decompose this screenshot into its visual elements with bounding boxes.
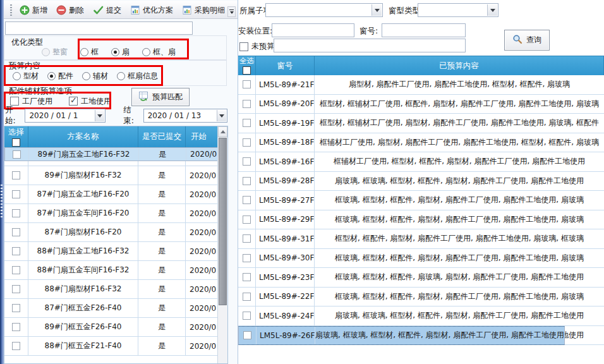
window-row[interactable]: LM5L-89#-16F15框辅材工厂使用, 框型材, 框配件, 扇型材, 扇配… [238,152,604,172]
window-row[interactable]: LM5L-89#-19F17框型材, 框辅材工厂使用, 扇型材, 扇配件工厂使用… [238,114,604,133]
radio-budget-content[interactable]: 型材 [13,71,39,82]
header-plan-name[interactable]: 方案名称 [28,126,138,147]
row-checkbox[interactable] [12,228,20,236]
chevron-down-icon[interactable] [371,4,382,16]
header-start-date[interactable]: 开始 [186,126,219,147]
row-checkbox[interactable] [243,293,251,301]
plan-row[interactable]: 88#门扇五金车间F16-F32是2020/0 [4,261,227,280]
checkbox-usage[interactable]: 工地使用 [69,96,111,107]
plan-row[interactable]: 88#门扇五金工地F16-F32是2020/0 [4,242,227,261]
header-submitted[interactable]: 是否已提交 [138,126,186,147]
window-row[interactable]: LM5L-89#-24F22扇玻璃, 框玻璃, 框型材, 框配件, 扇型材, 扇… [238,306,604,326]
radio-opt-type[interactable]: 框、扇 [142,47,176,58]
checkbox-icon [10,97,19,106]
radio-opt-type[interactable]: 扇 [111,47,130,58]
row-checkbox[interactable] [243,138,251,147]
window-row[interactable]: LM5L-89#-18F16框辅材工厂使用, 扇型材, 扇配件工厂使用, 扇配件… [238,133,604,153]
row-checkbox[interactable] [12,266,20,274]
row-checkbox[interactable] [12,342,20,350]
chevron-down-icon[interactable] [217,110,226,121]
plan-start-date: 2020/0 [186,185,219,203]
row-checkbox[interactable] [243,215,251,224]
row-checkbox[interactable] [12,190,20,198]
plan-table-scrollbar[interactable] [217,126,227,364]
plan-row[interactable]: 87#门扇型材F16-F20是2020/0 [4,223,227,242]
end-date-picker[interactable]: 2020 / 01 / 13 [143,109,227,123]
plan-submitted: 是 [138,318,186,336]
row-checkbox[interactable] [12,247,20,255]
row-checkbox[interactable] [12,304,20,312]
window-row[interactable]: LM5L-89#-27F25框玻璃, 框型材, 框配件, 扇型材, 扇配件工厂使… [238,191,604,210]
row-checkbox[interactable] [243,196,251,204]
row-checkbox[interactable] [12,171,20,179]
plan-start-date: 2020/0 [186,280,219,298]
row-checkbox[interactable] [243,157,251,166]
window-type-select[interactable] [418,3,498,17]
header-window-no[interactable]: 窗号 [256,56,315,75]
scrollbar-thumb[interactable] [219,138,227,305]
row-checkbox[interactable] [243,177,251,185]
radio-budget-content[interactable]: 辅材 [82,71,108,82]
install-position-input[interactable] [272,23,354,37]
window-no-input[interactable] [382,23,466,37]
select-all-checkbox[interactable] [12,138,20,147]
row-checkbox[interactable] [243,80,251,88]
radio-budget-content[interactable]: 框扇信息 [117,71,158,82]
header-budgeted-content[interactable]: 已预算内容 [315,56,604,75]
row-checkbox[interactable] [12,209,20,217]
plan-filter-input[interactable] [5,21,193,35]
window-row[interactable]: LM5L-89#-20F18框型材, 框辅材工厂使用, 框配件, 扇型材, 扇配… [238,95,604,114]
scroll-up-icon[interactable] [218,126,227,137]
radio-opt-type[interactable]: 框 [80,47,99,58]
window-row[interactable]: LM5L-89#-29F27框玻璃, 框型材, 框配件, 扇型材, 扇配件工厂使… [238,210,604,230]
plan-row[interactable]: 88#门框五金F21-F40是2020/0 [4,337,227,356]
radio-budget-content[interactable]: 配件 [47,71,73,82]
plan-row[interactable]: 87#门扇五金工地F16-F20是2020/0 [4,185,227,204]
unbudgeted-input[interactable] [274,39,466,52]
plan-row[interactable]: 89#门框五金F26-F40是2020/0 [4,318,227,337]
row-checkbox[interactable] [243,119,251,127]
window-row[interactable]: LM5L-89#-28F26扇玻璃, 框玻璃, 框型材, 框配件, 扇型材, 扇… [238,172,604,191]
row-checkbox[interactable] [243,331,251,339]
row-checkbox[interactable] [243,312,251,320]
toolbar-overflow-button[interactable] [227,6,236,17]
plan-row[interactable]: 87#门扇五金车间F16-F20是2020/0 [4,204,227,223]
plan-row[interactable]: 87#门框五金F26-F40是2020/0 [4,299,227,318]
budgeted-content: 框辅材工厂使用, 扇型材, 扇配件工厂使用, 扇配件工地使用, 框型材, 框配件… [315,133,604,152]
chevron-down-icon[interactable] [487,4,497,16]
start-date-picker[interactable]: 2020 / 01 / 1 [25,109,106,123]
window-row[interactable]: LM5L-89#-26F24扇玻璃, 框玻璃, 框型材, 框配件, 扇型材, 扇… [238,326,565,346]
query-button[interactable]: 查询 [504,30,550,51]
sub-item-select[interactable] [265,3,383,17]
row-checkbox[interactable] [243,234,251,243]
radio-icon [142,48,150,56]
budgeted-content: 框玻璃, 框型材, 框配件, 扇型材, 扇配件工厂使用, 扇配件工地使用, 扇玻… [315,191,604,210]
window-row[interactable]: LM5L-89#-22F20框玻璃, 框型材, 框配件, 扇型材, 扇配件工厂使… [238,288,604,307]
optimize-plan-button[interactable]: 优化方案 [126,3,177,18]
row-checkbox[interactable] [12,285,20,293]
row-checkbox[interactable] [12,323,20,331]
unbudgeted-checkbox[interactable]: 未预算: [239,41,277,52]
window-row[interactable]: LM5L-89#-21F19扇型材, 扇配件工厂使用, 扇配件工地使用, 框型材… [238,75,604,95]
budget-match-button[interactable]: 预算匹配 [131,88,190,106]
row-checkbox[interactable] [243,100,251,108]
plan-name: 89#门扇型材F16-F32 [28,166,138,185]
plan-row[interactable]: 89#门扇型材F16-F32是2020/0 [4,166,227,185]
row-checkbox[interactable] [243,254,251,262]
row-checkbox[interactable] [243,273,251,281]
radio-icon [82,72,90,80]
plan-row[interactable]: 89#门扇五金工地F16-F32是2020/0 [4,147,220,161]
budgeted-content: 框玻璃, 框型材, 框配件, 扇型材, 扇配件工厂使用, 扇配件工地使用, 扇玻… [315,288,604,306]
plan-row[interactable]: 88#门扇型材F16-F32是2020/0 [4,280,227,299]
window-row[interactable]: LM5L-89#-31F29框型材, 框配件, 扇型材, 扇配件工厂使用, 扇配… [238,229,604,249]
window-table-header: 全选 窗号 已预算内容 [238,56,604,75]
new-button[interactable]: 新增 [16,3,51,18]
window-row[interactable]: LM5L-89#-30F28框玻璃, 框型材, 框配件, 扇型材, 扇配件工厂使… [238,249,604,269]
delete-button[interactable]: 删除 [52,3,88,18]
chevron-down-icon[interactable] [95,110,104,121]
submit-button[interactable]: 提交 [89,3,125,18]
row-checkbox[interactable] [13,150,21,159]
radio-opt-type[interactable]: 整窗 [42,47,68,58]
window-row[interactable]: LM5L-89#-23F21框玻璃, 框型材, 框配件, 扇玻璃, 扇型材, 扇… [238,268,604,288]
select-all-checkbox[interactable] [243,66,251,75]
